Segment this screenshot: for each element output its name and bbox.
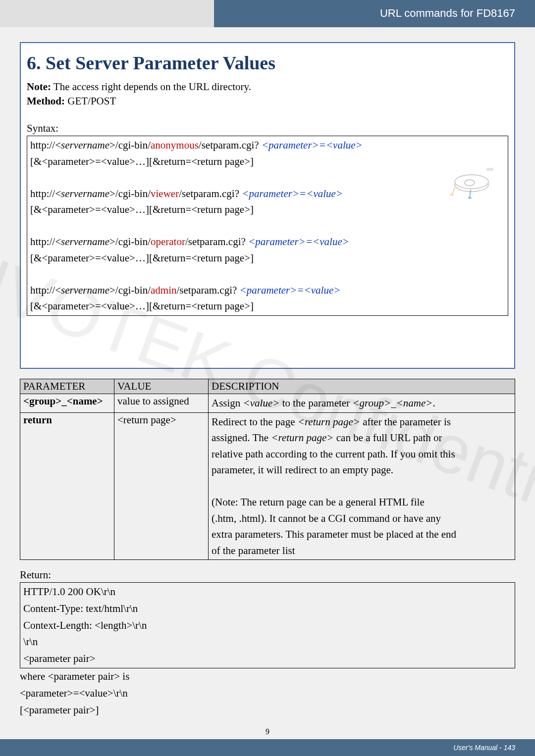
return-line: \r\n [23, 634, 512, 651]
syntax-label: Syntax: [27, 122, 508, 135]
value-cell: value to assigned [114, 394, 209, 413]
syntax-servername: servername [61, 284, 109, 296]
syntax-servername: servername [61, 188, 109, 200]
desc-text: (.htm, .html). It cannot be a CGI comman… [212, 510, 512, 527]
desc-text: parameter, it will redirect to an empty … [212, 462, 512, 478]
description-cell: Assign <value> to the parameter <group>_… [209, 394, 515, 413]
syntax-text: [&<parameter>=<value>…][&return=<return … [30, 298, 505, 314]
syntax-role-admin: admin [151, 284, 177, 296]
desc-value-ital: <value> [243, 397, 280, 409]
syntax-text: /setparam.cgi? [185, 236, 248, 248]
value-cell: <return page> [114, 412, 209, 560]
note-line: Note: The access right depends on the UR… [27, 81, 508, 93]
syntax-paramvalue: <parameter>=<value> [240, 284, 341, 296]
table-row: <group>_<name> value to assigned Assign … [20, 394, 515, 413]
syntax-role-operator: operator [151, 236, 185, 248]
syntax-box: http://<servername>/cgi-bin/anonymous/se… [27, 136, 508, 316]
syntax-text: >/cgi-bin/ [109, 236, 151, 248]
table-header-description: DESCRIPTION [209, 379, 515, 394]
param-cell: <group>_<name> [20, 394, 114, 413]
method-value: GET/POST [65, 95, 116, 107]
section-title: 6. Set Server Parameter Values [27, 52, 508, 74]
return-after-line: <parameter>=<value>\r\n [20, 685, 515, 702]
parameter-table: PARAMETER VALUE DESCRIPTION <group>_<nam… [20, 379, 515, 560]
syntax-text: http://< [30, 236, 61, 248]
desc-text: (Note: The return page can be a general … [212, 494, 512, 510]
syntax-text: http://< [30, 188, 61, 200]
note-text: The access right depends on the URL dire… [51, 81, 251, 93]
return-line: Context-Length: <length>\r\n [23, 617, 512, 634]
syntax-servername: servername [61, 236, 109, 248]
return-box: HTTP/1.0 200 OK\r\n Content-Type: text/h… [20, 582, 515, 668]
return-after-line: [<parameter pair>] [20, 702, 515, 719]
desc-text: assigned. The [212, 432, 271, 444]
return-after: where <parameter pair> is <parameter>=<v… [20, 668, 515, 718]
syntax-text: [&<parameter>=<value>…][&return=<return … [30, 153, 505, 170]
method-label: Method: [27, 95, 65, 107]
syntax-text: [&<parameter>=<value>…][&return=<return … [30, 202, 505, 218]
syntax-text: /setparam.cgi? [176, 284, 239, 296]
desc-text: to the parameter [279, 397, 352, 409]
desc-text: of the parameter list [212, 543, 512, 559]
method-line: Method: GET/POST [27, 95, 508, 107]
desc-text: extra parameters. This parameter must be… [212, 526, 512, 543]
return-label: Return: [20, 569, 515, 581]
syntax-paramvalue: <parameter>=<value> [262, 139, 363, 151]
page-content: 6. Set Server Parameter Values Note: The… [20, 42, 515, 369]
return-line: Content-Type: text/html\r\n [23, 601, 512, 617]
syntax-text: http://< [30, 139, 61, 151]
return-line: HTTP/1.0 200 OK\r\n [23, 584, 512, 601]
syntax-role-viewer: viewer [151, 188, 179, 200]
syntax-role-anonymous: anonymous [151, 139, 199, 151]
desc-text: Redirect to the page [212, 416, 298, 428]
syntax-text: [&<parameter>=<value>…][&return=<return … [30, 250, 505, 266]
return-line: <parameter pair> [23, 651, 512, 667]
desc-text: . [432, 397, 435, 409]
desc-text: _ [391, 397, 396, 409]
table-header-row: PARAMETER VALUE DESCRIPTION [20, 379, 515, 394]
syntax-paramvalue: <parameter>=<value> [242, 188, 343, 200]
desc-text: relative path according to the current p… [212, 446, 512, 462]
desc-ital: <return page> [298, 416, 360, 428]
param-cell: return [20, 412, 114, 560]
syntax-text: /setparam.cgi? [179, 188, 242, 200]
table-header-parameter: PARAMETER [20, 379, 114, 394]
desc-text: can be a full URL path or [333, 432, 442, 444]
desc-group-ital: <group> [352, 397, 391, 409]
desc-name-ital: <name> [396, 397, 433, 409]
footer-manual-text: User's Manual - 143 [453, 744, 515, 752]
desc-text: Assign [212, 397, 243, 409]
syntax-text: /setparam.cgi? [199, 139, 262, 151]
syntax-paramvalue: <parameter>=<value> [248, 236, 349, 248]
desc-text: after the parameter is [360, 416, 451, 428]
footer-bar: User's Manual - 143 [0, 739, 535, 756]
syntax-text: >/cgi-bin/ [109, 139, 151, 151]
syntax-text: >/cgi-bin/ [109, 284, 151, 296]
note-label: Note: [27, 81, 51, 93]
syntax-text: http://< [30, 284, 61, 296]
table-header-value: VALUE [114, 379, 209, 394]
description-cell: Redirect to the page <return page> after… [209, 412, 515, 560]
page-number: 9 [266, 727, 269, 736]
desc-ital: <return page> [271, 432, 333, 444]
header-title: URL commands for FD8167 [380, 7, 515, 20]
return-after-line: where <parameter pair> is [20, 668, 515, 685]
syntax-text: >/cgi-bin/ [109, 188, 151, 200]
syntax-servername: servername [61, 139, 109, 151]
table-row: return <return page> Redirect to the pag… [20, 412, 515, 560]
header-band: URL commands for FD8167 [0, 0, 535, 27]
